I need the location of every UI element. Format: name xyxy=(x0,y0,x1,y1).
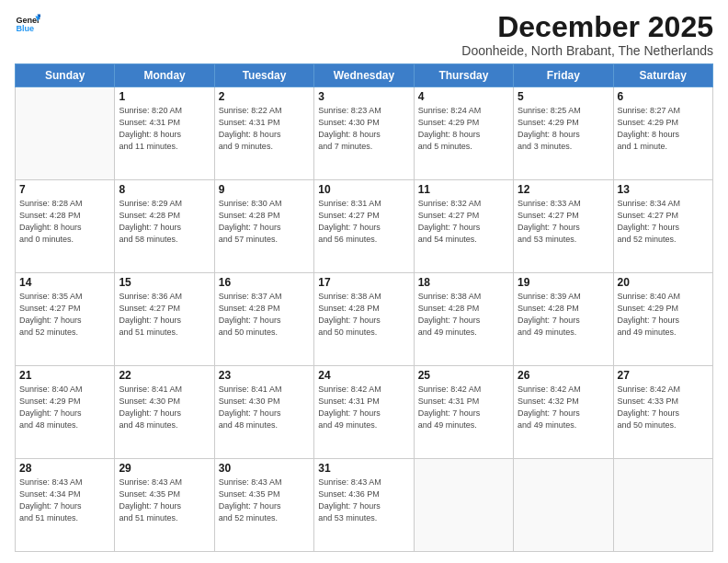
page: General Blue December 2025 Doonheide, No… xyxy=(0,0,728,563)
day-info: Sunrise: 8:24 AMSunset: 4:29 PMDaylight:… xyxy=(418,105,509,153)
month-title: December 2025 xyxy=(461,11,713,43)
day-info: Sunrise: 8:29 AMSunset: 4:28 PMDaylight:… xyxy=(119,198,210,246)
calendar-week-row: 14Sunrise: 8:35 AMSunset: 4:27 PMDayligh… xyxy=(16,273,713,366)
day-number: 9 xyxy=(219,183,310,196)
day-info: Sunrise: 8:43 AMSunset: 4:35 PMDaylight:… xyxy=(219,477,310,524)
day-number: 3 xyxy=(318,90,409,103)
header: General Blue December 2025 Doonheide, No… xyxy=(15,11,713,58)
day-info: Sunrise: 8:23 AMSunset: 4:30 PMDaylight:… xyxy=(318,105,409,153)
calendar-cell: 9Sunrise: 8:30 AMSunset: 4:28 PMDaylight… xyxy=(214,180,313,273)
day-info: Sunrise: 8:42 AMSunset: 4:31 PMDaylight:… xyxy=(318,384,409,431)
day-number: 6 xyxy=(618,90,709,103)
day-info: Sunrise: 8:42 AMSunset: 4:32 PMDaylight:… xyxy=(518,384,609,431)
header-monday: Monday xyxy=(115,64,214,87)
day-number: 16 xyxy=(219,276,310,289)
day-info: Sunrise: 8:25 AMSunset: 4:29 PMDaylight:… xyxy=(518,105,609,153)
header-saturday: Saturday xyxy=(613,64,712,87)
day-number: 10 xyxy=(318,183,409,196)
calendar-cell: 7Sunrise: 8:28 AMSunset: 4:28 PMDaylight… xyxy=(16,180,115,273)
header-friday: Friday xyxy=(514,64,613,87)
day-info: Sunrise: 8:43 AMSunset: 4:34 PMDaylight:… xyxy=(19,477,110,524)
calendar-cell: 28Sunrise: 8:43 AMSunset: 4:34 PMDayligh… xyxy=(16,459,115,552)
day-info: Sunrise: 8:34 AMSunset: 4:27 PMDaylight:… xyxy=(618,198,709,246)
calendar-cell xyxy=(613,459,712,552)
calendar-week-row: 21Sunrise: 8:40 AMSunset: 4:29 PMDayligh… xyxy=(16,366,713,459)
calendar-cell: 14Sunrise: 8:35 AMSunset: 4:27 PMDayligh… xyxy=(16,273,115,366)
title-block: December 2025 Doonheide, North Brabant, … xyxy=(461,11,713,58)
day-info: Sunrise: 8:27 AMSunset: 4:29 PMDaylight:… xyxy=(618,105,709,153)
day-number: 5 xyxy=(518,90,609,103)
day-number: 17 xyxy=(318,276,409,289)
calendar-cell xyxy=(16,87,115,180)
day-number: 7 xyxy=(19,183,110,196)
calendar-cell: 5Sunrise: 8:25 AMSunset: 4:29 PMDaylight… xyxy=(514,87,613,180)
calendar-cell: 26Sunrise: 8:42 AMSunset: 4:32 PMDayligh… xyxy=(514,366,613,459)
day-number: 19 xyxy=(518,276,609,289)
day-number: 30 xyxy=(219,462,310,475)
calendar-cell: 11Sunrise: 8:32 AMSunset: 4:27 PMDayligh… xyxy=(414,180,513,273)
day-number: 26 xyxy=(518,369,609,382)
weekday-header-row: Sunday Monday Tuesday Wednesday Thursday… xyxy=(16,64,713,87)
calendar-cell: 31Sunrise: 8:43 AMSunset: 4:36 PMDayligh… xyxy=(314,459,414,552)
calendar-cell: 22Sunrise: 8:41 AMSunset: 4:30 PMDayligh… xyxy=(115,366,214,459)
day-number: 14 xyxy=(19,276,110,289)
day-info: Sunrise: 8:38 AMSunset: 4:28 PMDaylight:… xyxy=(418,291,509,339)
day-info: Sunrise: 8:36 AMSunset: 4:27 PMDaylight:… xyxy=(119,291,210,339)
svg-text:Blue: Blue xyxy=(16,24,34,33)
calendar-cell: 3Sunrise: 8:23 AMSunset: 4:30 PMDaylight… xyxy=(314,87,414,180)
day-number: 4 xyxy=(418,90,509,103)
day-info: Sunrise: 8:37 AMSunset: 4:28 PMDaylight:… xyxy=(219,291,310,339)
calendar-week-row: 28Sunrise: 8:43 AMSunset: 4:34 PMDayligh… xyxy=(16,459,713,552)
day-info: Sunrise: 8:41 AMSunset: 4:30 PMDaylight:… xyxy=(119,384,210,431)
day-number: 28 xyxy=(19,462,110,475)
calendar-cell: 27Sunrise: 8:42 AMSunset: 4:33 PMDayligh… xyxy=(613,366,712,459)
day-info: Sunrise: 8:40 AMSunset: 4:29 PMDaylight:… xyxy=(19,384,110,431)
calendar-week-row: 1Sunrise: 8:20 AMSunset: 4:31 PMDaylight… xyxy=(16,87,713,180)
calendar-cell: 6Sunrise: 8:27 AMSunset: 4:29 PMDaylight… xyxy=(613,87,712,180)
day-number: 13 xyxy=(618,183,709,196)
day-info: Sunrise: 8:32 AMSunset: 4:27 PMDaylight:… xyxy=(418,198,509,246)
calendar-cell: 25Sunrise: 8:42 AMSunset: 4:31 PMDayligh… xyxy=(414,366,513,459)
calendar-cell: 15Sunrise: 8:36 AMSunset: 4:27 PMDayligh… xyxy=(115,273,214,366)
day-number: 11 xyxy=(418,183,509,196)
day-info: Sunrise: 8:43 AMSunset: 4:35 PMDaylight:… xyxy=(119,477,210,524)
calendar-cell: 8Sunrise: 8:29 AMSunset: 4:28 PMDaylight… xyxy=(115,180,214,273)
calendar-cell: 30Sunrise: 8:43 AMSunset: 4:35 PMDayligh… xyxy=(214,459,313,552)
header-thursday: Thursday xyxy=(414,64,513,87)
day-info: Sunrise: 8:22 AMSunset: 4:31 PMDaylight:… xyxy=(219,105,310,153)
day-info: Sunrise: 8:30 AMSunset: 4:28 PMDaylight:… xyxy=(219,198,310,246)
calendar-cell: 20Sunrise: 8:40 AMSunset: 4:29 PMDayligh… xyxy=(613,273,712,366)
calendar-cell xyxy=(414,459,513,552)
day-number: 29 xyxy=(119,462,210,475)
calendar-week-row: 7Sunrise: 8:28 AMSunset: 4:28 PMDaylight… xyxy=(16,180,713,273)
calendar-cell: 16Sunrise: 8:37 AMSunset: 4:28 PMDayligh… xyxy=(214,273,313,366)
day-info: Sunrise: 8:43 AMSunset: 4:36 PMDaylight:… xyxy=(318,477,409,524)
day-number: 15 xyxy=(119,276,210,289)
calendar-cell xyxy=(514,459,613,552)
day-number: 27 xyxy=(618,369,709,382)
day-info: Sunrise: 8:42 AMSunset: 4:31 PMDaylight:… xyxy=(418,384,509,431)
day-info: Sunrise: 8:31 AMSunset: 4:27 PMDaylight:… xyxy=(318,198,409,246)
calendar-table: Sunday Monday Tuesday Wednesday Thursday… xyxy=(15,63,713,552)
day-number: 12 xyxy=(518,183,609,196)
day-number: 2 xyxy=(219,90,310,103)
calendar-cell: 18Sunrise: 8:38 AMSunset: 4:28 PMDayligh… xyxy=(414,273,513,366)
calendar-cell: 21Sunrise: 8:40 AMSunset: 4:29 PMDayligh… xyxy=(16,366,115,459)
calendar-cell: 19Sunrise: 8:39 AMSunset: 4:28 PMDayligh… xyxy=(514,273,613,366)
header-sunday: Sunday xyxy=(16,64,115,87)
calendar-cell: 10Sunrise: 8:31 AMSunset: 4:27 PMDayligh… xyxy=(314,180,414,273)
day-number: 18 xyxy=(418,276,509,289)
calendar-cell: 13Sunrise: 8:34 AMSunset: 4:27 PMDayligh… xyxy=(613,180,712,273)
day-info: Sunrise: 8:41 AMSunset: 4:30 PMDaylight:… xyxy=(219,384,310,431)
day-info: Sunrise: 8:40 AMSunset: 4:29 PMDaylight:… xyxy=(618,291,709,339)
day-number: 23 xyxy=(219,369,310,382)
header-wednesday: Wednesday xyxy=(314,64,414,87)
calendar-cell: 4Sunrise: 8:24 AMSunset: 4:29 PMDaylight… xyxy=(414,87,513,180)
calendar-cell: 24Sunrise: 8:42 AMSunset: 4:31 PMDayligh… xyxy=(314,366,414,459)
day-info: Sunrise: 8:42 AMSunset: 4:33 PMDaylight:… xyxy=(618,384,709,431)
day-number: 1 xyxy=(119,90,210,103)
day-number: 20 xyxy=(618,276,709,289)
calendar-cell: 29Sunrise: 8:43 AMSunset: 4:35 PMDayligh… xyxy=(115,459,214,552)
day-info: Sunrise: 8:39 AMSunset: 4:28 PMDaylight:… xyxy=(518,291,609,339)
day-info: Sunrise: 8:38 AMSunset: 4:28 PMDaylight:… xyxy=(318,291,409,339)
